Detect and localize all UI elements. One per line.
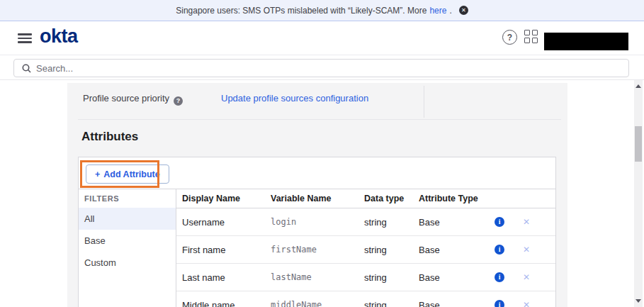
scroll-down-arrow-icon[interactable] xyxy=(635,299,641,303)
cell-display-name: Username xyxy=(182,217,271,228)
cell-data-type: string xyxy=(364,272,419,283)
col-variable-name: Variable Name xyxy=(271,194,364,203)
filter-item-base[interactable]: Base xyxy=(79,230,176,252)
search-placeholder: Search... xyxy=(36,63,73,74)
cell-attribute-type: Base xyxy=(419,245,487,255)
update-profile-sources-link[interactable]: Update profile sources configuration xyxy=(221,93,368,104)
add-attribute-button[interactable]: + Add Attribute xyxy=(86,164,169,184)
banner-close-icon[interactable]: ✕ xyxy=(459,6,468,15)
attributes-table: Display Name Variable Name Data type Att… xyxy=(176,189,555,307)
hamburger-menu-icon[interactable] xyxy=(18,33,32,43)
cell-variable-name: lastName xyxy=(271,272,364,282)
cell-display-name: Last name xyxy=(182,272,271,283)
cell-variable-name: middleName xyxy=(271,300,364,307)
vertical-scrollbar[interactable] xyxy=(634,80,643,307)
attributes-body: FILTERS AllBaseCustom Display Name Varia… xyxy=(79,189,555,307)
banner-message: Singapore users: SMS OTPs mislabeled wit… xyxy=(176,6,426,16)
section-divider xyxy=(78,119,561,120)
main-content: Profile source priority? Update profile … xyxy=(0,80,644,307)
redacted-account-info xyxy=(544,33,628,50)
col-display-name: Display Name xyxy=(182,194,271,203)
search-input[interactable]: Search... xyxy=(13,59,629,77)
filters-list: AllBaseCustom xyxy=(79,208,176,274)
cell-variable-name: firstName xyxy=(271,245,364,255)
cell-data-type: string xyxy=(364,217,419,228)
remove-attribute-icon[interactable]: ✕ xyxy=(523,217,530,227)
search-row: Search... xyxy=(0,55,644,80)
vertical-divider xyxy=(424,86,424,118)
filters-sidebar: FILTERS AllBaseCustom xyxy=(79,189,176,307)
add-attribute-label: Add Attribute xyxy=(103,169,159,179)
okta-logo: okta xyxy=(40,26,78,48)
cell-attribute-type: Base xyxy=(419,272,487,283)
remove-attribute-icon[interactable]: ✕ xyxy=(523,300,530,307)
profile-editor-pane: Profile source priority? Update profile … xyxy=(67,83,567,307)
cell-display-name: Middle name xyxy=(182,300,271,307)
info-icon[interactable]: i xyxy=(495,272,504,282)
attributes-toolbar: + Add Attribute xyxy=(79,157,555,189)
banner-here-link[interactable]: here xyxy=(429,6,446,16)
help-tooltip-icon[interactable]: ? xyxy=(174,96,183,106)
plus-icon: + xyxy=(95,169,100,179)
profile-source-priority-label: Profile source priority? xyxy=(83,93,183,106)
table-row: First namefirstNamestringBasei✕ xyxy=(176,236,555,264)
cell-attribute-type: Base xyxy=(419,300,487,307)
banner-suffix: . xyxy=(449,6,451,16)
search-icon xyxy=(22,64,31,73)
okta-admin-screen: Singapore users: SMS OTPs mislabeled wit… xyxy=(0,0,644,307)
table-header-row: Display Name Variable Name Data type Att… xyxy=(176,189,555,208)
info-icon[interactable]: i xyxy=(495,300,504,307)
filters-header: FILTERS xyxy=(79,189,176,208)
cell-data-type: string xyxy=(364,300,419,307)
remove-attribute-icon[interactable]: ✕ xyxy=(523,272,530,282)
app-header: okta ? xyxy=(0,21,644,55)
attributes-table-body: UsernameloginstringBasei✕First namefirst… xyxy=(176,208,555,307)
info-icon[interactable]: i xyxy=(495,245,504,255)
col-data-type: Data type xyxy=(364,194,419,203)
cell-data-type: string xyxy=(364,245,419,255)
notification-banner: Singapore users: SMS OTPs mislabeled wit… xyxy=(0,0,644,21)
filter-item-custom[interactable]: Custom xyxy=(79,252,176,274)
table-row: Middle namemiddleNamestringBasei✕ xyxy=(176,291,555,307)
table-row: Last namelastNamestringBasei✕ xyxy=(176,264,555,291)
cell-variable-name: login xyxy=(271,217,364,227)
attributes-panel: + Add Attribute FILTERS AllBaseCustom Di… xyxy=(78,157,556,307)
cell-display-name: First name xyxy=(182,245,271,255)
scrollbar-thumb[interactable] xyxy=(635,126,642,162)
cell-attribute-type: Base xyxy=(419,217,487,228)
apps-grid-icon[interactable] xyxy=(524,30,538,44)
filter-item-all[interactable]: All xyxy=(79,208,176,230)
scroll-up-arrow-icon[interactable] xyxy=(635,84,641,88)
help-icon[interactable]: ? xyxy=(502,30,517,45)
info-icon[interactable]: i xyxy=(495,217,504,227)
col-attribute-type: Attribute Type xyxy=(419,194,487,203)
table-row: UsernameloginstringBasei✕ xyxy=(176,208,555,236)
attributes-title: Attributes xyxy=(81,130,138,144)
remove-attribute-icon[interactable]: ✕ xyxy=(523,245,530,255)
